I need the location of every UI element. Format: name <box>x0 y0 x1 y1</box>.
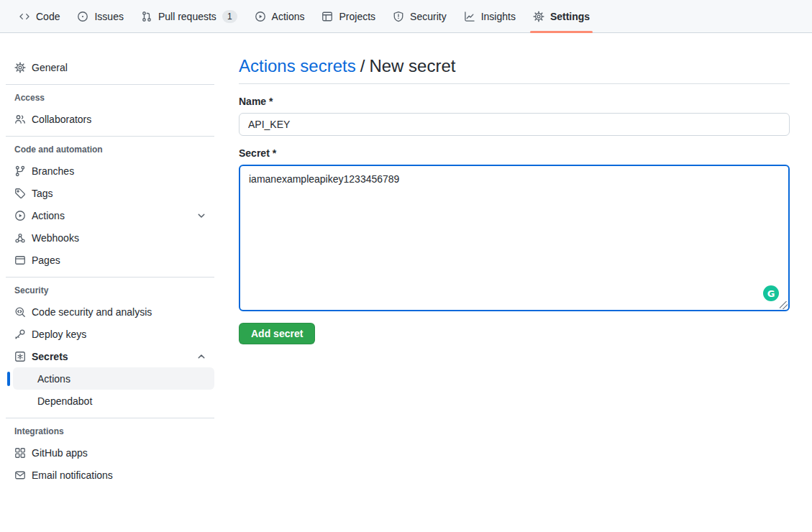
secret-field-label: Secret * <box>239 147 790 159</box>
sidebar-item-label: Webhooks <box>32 232 79 244</box>
sidebar-divider <box>6 277 214 278</box>
shield-icon <box>393 11 404 22</box>
tab-issues[interactable]: Issues <box>70 0 130 32</box>
sidebar-item-general[interactable]: General <box>6 56 214 78</box>
pull-requests-count-badge: 1 <box>222 10 237 23</box>
textarea-resize-handle[interactable] <box>780 301 788 309</box>
actions-secrets-link[interactable]: Actions secrets <box>239 56 356 75</box>
sidebar-divider <box>6 418 214 418</box>
page-title: New secret <box>369 56 455 75</box>
play-icon <box>14 210 26 221</box>
settings-sidebar: General Access Collaborators Code and au… <box>6 56 214 486</box>
code-icon <box>19 11 30 22</box>
table-icon <box>321 11 333 22</box>
sidebar-item-actions[interactable]: Actions <box>6 204 214 226</box>
tab-pull-requests[interactable]: Pull requests 1 <box>134 0 245 32</box>
sidebar-item-label: Actions <box>32 210 65 221</box>
tab-settings-label: Settings <box>550 11 590 22</box>
sidebar-item-label: Secrets <box>32 351 68 362</box>
sidebar-subitem-label: Actions <box>37 373 70 385</box>
grammarly-icon[interactable]: G <box>763 285 779 301</box>
tab-insights-label: Insights <box>481 11 516 22</box>
sidebar-divider <box>6 84 214 85</box>
webhook-icon <box>14 232 26 244</box>
sidebar-section-header-access: Access <box>6 92 214 104</box>
tab-projects-label: Projects <box>339 11 375 22</box>
chevron-up-icon <box>196 351 207 362</box>
git-pull-request-icon <box>141 11 152 22</box>
gear-icon <box>533 11 544 22</box>
sidebar-subitem-dependabot-secrets[interactable]: Dependabot <box>13 390 214 412</box>
codescan-icon <box>14 306 26 318</box>
secrets-sub-items: Actions Dependabot <box>13 367 214 412</box>
secret-value-textarea[interactable]: iamanexampleapikey1233456789 <box>239 165 790 311</box>
key-icon <box>14 329 26 340</box>
sidebar-item-label: Tags <box>32 188 53 199</box>
sidebar-item-label: Deploy keys <box>32 329 86 340</box>
sidebar-item-github-apps[interactable]: GitHub apps <box>6 441 214 464</box>
tab-pull-requests-label: Pull requests <box>158 11 216 22</box>
repo-nav: Code Issues Pull requests 1 Actions Proj… <box>0 0 812 33</box>
sidebar-divider <box>6 136 214 137</box>
secret-name-input[interactable] <box>239 113 790 136</box>
sidebar-section-header-integrations: Integrations <box>6 426 214 437</box>
issue-opened-icon <box>77 11 88 22</box>
sidebar-item-label: Pages <box>32 254 60 266</box>
sidebar-item-label: Code security and analysis <box>32 306 152 318</box>
sidebar-section-header-code-automation: Code and automation <box>6 144 214 155</box>
sidebar-item-tags[interactable]: Tags <box>6 182 214 204</box>
sidebar-item-branches[interactable]: Branches <box>6 160 214 182</box>
tab-issues-label: Issues <box>94 11 123 22</box>
breadcrumb: Actions secrets/New secret <box>239 55 790 84</box>
tab-insights[interactable]: Insights <box>457 0 523 32</box>
tab-settings[interactable]: Settings <box>526 0 597 32</box>
tab-code-label: Code <box>36 11 60 22</box>
secret-textarea-wrap: iamanexampleapikey1233456789 G <box>239 165 790 311</box>
sidebar-item-label: Branches <box>32 165 74 177</box>
asterisk-box-icon <box>14 351 26 362</box>
sidebar-item-webhooks[interactable]: Webhooks <box>6 226 214 249</box>
tag-icon <box>14 188 26 199</box>
play-icon <box>255 11 266 22</box>
sidebar-item-email-notifications[interactable]: Email notifications <box>6 464 214 486</box>
tab-actions-label: Actions <box>272 11 305 22</box>
breadcrumb-separator: / <box>360 56 365 75</box>
tab-code[interactable]: Code <box>12 0 67 32</box>
sidebar-item-deploy-keys[interactable]: Deploy keys <box>6 323 214 345</box>
tab-projects[interactable]: Projects <box>314 0 383 32</box>
new-secret-page: Actions secrets/New secret Name * Secret… <box>239 46 790 344</box>
sidebar-item-label: Email notifications <box>32 469 113 481</box>
sidebar-item-secrets[interactable]: Secrets <box>6 345 214 367</box>
name-field-label: Name * <box>239 96 790 107</box>
tab-security-label: Security <box>410 11 447 22</box>
git-branch-icon <box>14 165 26 177</box>
people-icon <box>14 114 26 125</box>
graph-icon <box>464 11 475 22</box>
sidebar-item-label: General <box>32 62 68 73</box>
chevron-down-icon <box>196 210 207 221</box>
tab-security[interactable]: Security <box>386 0 454 32</box>
sidebar-item-collaborators[interactable]: Collaborators <box>6 108 214 130</box>
sidebar-item-pages[interactable]: Pages <box>6 249 214 271</box>
gear-icon <box>14 62 26 73</box>
sidebar-subitem-label: Dependabot <box>37 395 92 407</box>
sidebar-item-label: Collaborators <box>32 114 91 125</box>
browser-icon <box>14 254 26 266</box>
tab-actions[interactable]: Actions <box>247 0 312 32</box>
apps-icon <box>14 447 26 459</box>
sidebar-section-header-security: Security <box>6 285 214 296</box>
add-secret-button[interactable]: Add secret <box>239 323 315 344</box>
sidebar-subitem-actions-secrets[interactable]: Actions <box>13 367 214 390</box>
sidebar-item-label: GitHub apps <box>32 447 88 459</box>
sidebar-item-code-security[interactable]: Code security and analysis <box>6 301 214 323</box>
mail-icon <box>14 469 26 481</box>
